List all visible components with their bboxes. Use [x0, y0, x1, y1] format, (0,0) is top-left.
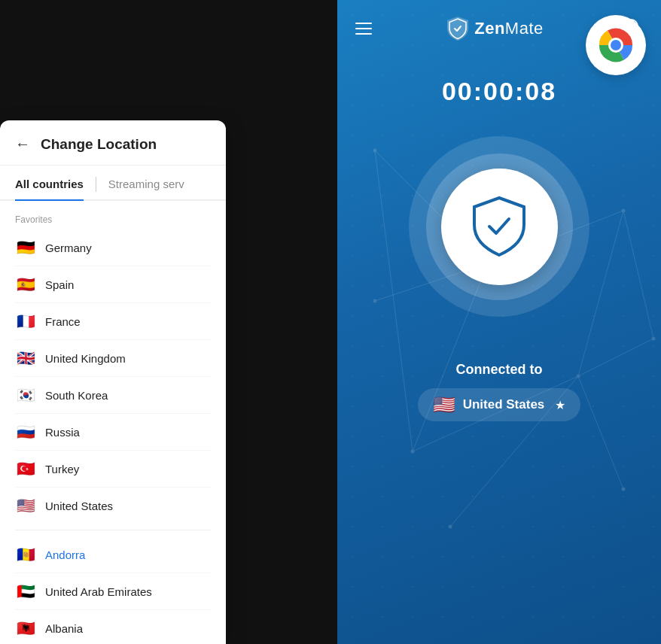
connected-section: Connected to 🇺🇸 United States ★ — [418, 362, 581, 421]
all-countries-list: 🇦🇩 Andorra 🇦🇪 United Arab Emirates 🇦🇱 Al… — [15, 536, 211, 642]
svg-point-2 — [611, 40, 621, 50]
flag-ru: 🇷🇺 — [15, 421, 36, 442]
svg-point-22 — [622, 488, 626, 491]
panel-title: Change Location — [41, 136, 157, 153]
country-name: United Arab Emirates — [45, 585, 152, 598]
tab-divider — [96, 177, 96, 192]
brand-name: ZenMate — [474, 19, 544, 38]
country-name: France — [45, 315, 81, 328]
section-divider — [15, 530, 211, 530]
favorite-star-icon[interactable]: ★ — [555, 398, 565, 412]
shield-logo-icon — [447, 17, 468, 41]
flag-ad: 🇦🇩 — [15, 544, 36, 565]
svg-point-21 — [449, 525, 452, 529]
list-item[interactable]: 🇩🇪 Germany — [15, 229, 211, 266]
country-name: Spain — [45, 278, 74, 291]
connected-country-name: United States — [463, 397, 545, 412]
country-name: South Korea — [45, 389, 108, 402]
vpn-content: 00:00:08 Connected to 🇺🇸 United States ★ — [337, 54, 661, 421]
flag-tr: 🇹🇷 — [15, 458, 36, 479]
list-item[interactable]: 🇦🇱 Albania — [15, 610, 211, 642]
hamburger-line — [355, 23, 372, 24]
back-button[interactable]: ← — [15, 135, 30, 153]
flag-us-icon: 🇺🇸 — [433, 394, 455, 415]
country-name: Albania — [45, 622, 83, 635]
brand: ZenMate — [447, 17, 544, 41]
favorites-label: Favorites — [15, 214, 211, 225]
flag-gb: 🇬🇧 — [15, 348, 36, 369]
chrome-icon — [597, 26, 635, 64]
vpn-toggle-middle — [426, 153, 573, 300]
panel-header: ← Change Location — [0, 120, 226, 166]
list-item[interactable]: 🇦🇪 United Arab Emirates — [15, 573, 211, 610]
connected-country-row[interactable]: 🇺🇸 United States ★ — [418, 388, 581, 421]
favorites-list: 🇩🇪 Germany 🇪🇸 Spain 🇫🇷 France 🇬🇧 United … — [15, 229, 211, 524]
list-item[interactable]: 🇰🇷 South Korea — [15, 377, 211, 414]
country-name: Russia — [45, 426, 80, 439]
hamburger-line — [355, 33, 372, 35]
country-name: Germany — [45, 242, 92, 254]
flag-kr: 🇰🇷 — [15, 384, 36, 406]
list-item[interactable]: 🇪🇸 Spain — [15, 266, 211, 303]
connected-label: Connected to — [455, 362, 542, 378]
shield-center-icon — [473, 196, 525, 257]
flag-ae: 🇦🇪 — [15, 581, 36, 602]
list-item[interactable]: 🇺🇸 United States — [15, 488, 211, 524]
country-name: United Kingdom — [45, 352, 126, 365]
chrome-badge — [586, 15, 646, 75]
tab-streaming[interactable]: Streaming serv — [108, 169, 184, 199]
brand-zen: Zen — [474, 19, 505, 38]
hamburger-line — [355, 28, 372, 29]
country-name: Turkey — [45, 463, 79, 475]
country-name: United States — [45, 500, 113, 512]
list-item[interactable]: 🇫🇷 France — [15, 303, 211, 340]
panel-body: Favorites 🇩🇪 Germany 🇪🇸 Spain 🇫🇷 France … — [0, 201, 226, 642]
list-item[interactable]: 🇷🇺 Russia — [15, 414, 211, 451]
flag-fr: 🇫🇷 — [15, 311, 36, 332]
list-item[interactable]: 🇬🇧 United Kingdom — [15, 340, 211, 377]
flag-us: 🇺🇸 — [15, 495, 36, 516]
vpn-panel: ZenMate 00:00:08 Connected to — [337, 0, 661, 644]
vpn-toggle-button[interactable] — [441, 169, 558, 285]
flag-es: 🇪🇸 — [15, 274, 36, 295]
connection-timer: 00:00:08 — [442, 77, 556, 106]
list-item[interactable]: 🇦🇩 Andorra — [15, 536, 211, 573]
svg-point-18 — [411, 450, 415, 454]
flag-de: 🇩🇪 — [15, 237, 36, 258]
hamburger-menu[interactable] — [355, 23, 372, 35]
panel-tabs: All countries Streaming serv — [0, 169, 226, 201]
brand-mate: Mate — [505, 19, 544, 38]
tab-all-countries[interactable]: All countries — [15, 169, 84, 201]
location-panel: ← Change Location All countries Streamin… — [0, 120, 226, 644]
flag-al: 🇦🇱 — [15, 618, 36, 639]
vpn-toggle-outer — [409, 136, 589, 317]
country-name-andorra: Andorra — [45, 548, 85, 561]
list-item[interactable]: 🇹🇷 Turkey — [15, 451, 211, 488]
